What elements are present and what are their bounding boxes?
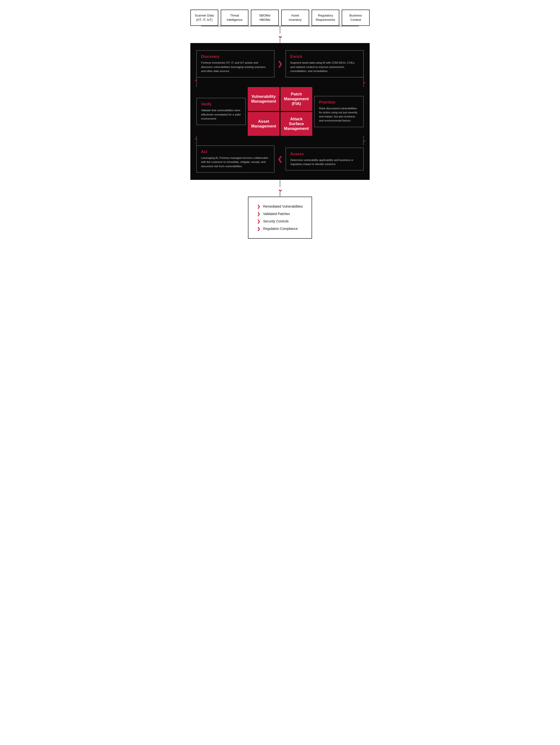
regulatory-box: RegulatoryRequirements (311, 9, 339, 26)
output-chevron-3: ❯ (257, 219, 260, 224)
assess-box: Assess Determine vulnerability applicabi… (286, 148, 364, 171)
discovery-text: Fortress inventories OT, IT, and IoT ass… (201, 61, 270, 73)
verify-box: Verify Validate that vulnerabilities wer… (196, 98, 246, 125)
arrow-down-top: ⌄ (276, 33, 284, 38)
output-item-1: ❯ Remediated Vulnerabilities (257, 203, 303, 210)
verify-title: Verify (201, 102, 241, 106)
page: Scanner Data(OT, IT, IoT) ThreatIntellig… (190, 9, 370, 239)
output-item-2: ❯ Validated Patches (257, 210, 303, 218)
attack-surface-box: AttackSurfaceManagement (281, 112, 312, 136)
right-down-arrow: ⌄ (362, 79, 366, 85)
arrow-discovery-enrich: ❯ (276, 60, 284, 68)
prioritize-box: Prioritize Rank discovered vulnerabiliti… (314, 96, 364, 127)
right-down-arrow2: ⌄ (362, 137, 366, 143)
prioritize-title: Prioritize (319, 100, 359, 104)
act-text: Leveraging AI, Fortress managed services… (201, 156, 270, 168)
arrow-assess-act: ❮ (276, 156, 284, 163)
enrich-box: Enrich Augment asset data using AI with … (286, 50, 364, 77)
asset-inventory-box: AssetInventory (281, 9, 309, 26)
left-up-arrow: ⌃ (194, 79, 198, 85)
inputs-row: Scanner Data(OT, IT, IoT) ThreatIntellig… (190, 9, 370, 26)
bot-row: Act Leveraging AI, Fortress managed serv… (196, 145, 364, 173)
arrow-down-bottom: ⌄ (276, 187, 284, 192)
output-chevron-2: ❯ (257, 212, 260, 216)
center-grid: VulnerabilityManagement PatchManagement(… (248, 87, 312, 136)
discovery-title: Discovery (201, 55, 270, 59)
output-label-2: Validated Patches (263, 212, 290, 216)
v-connector-bottom2 (280, 192, 280, 197)
discovery-box: Discovery Fortress inventories OT, IT, a… (196, 50, 274, 77)
patch-mgmt-box: PatchManagement(FIA) (281, 87, 312, 111)
act-title: Act (201, 150, 270, 154)
output-label-1: Remediated Vulnerabilities (263, 204, 303, 208)
prioritize-text: Rank discovered vulnerabilities for acti… (319, 106, 359, 123)
enrich-title: Enrich (290, 55, 359, 59)
output-item-4: ❯ Regulation Compliance (257, 225, 303, 232)
output-label-3: Security Controls (263, 219, 289, 223)
assess-title: Assess (290, 152, 359, 156)
threat-intelligence-box: ThreatIntelligence (221, 9, 249, 26)
left-up-arrow2: ⌃ (194, 137, 198, 143)
scanner-data-box: Scanner Data(OT, IT, IoT) (190, 9, 218, 26)
enrich-text: Augment asset data using AI with CISA KE… (290, 61, 359, 73)
between-mid-bot: ⌃ ⌄ (196, 136, 364, 145)
output-chevron-4: ❯ (257, 226, 260, 231)
between-top-mid: ⌃ ⌄ (196, 77, 364, 87)
business-context-box: BusinessContext (342, 9, 370, 26)
sboms-hboms-box: SBOMs/HBOMs (251, 9, 279, 26)
output-label-4: Regulation Compliance (263, 227, 298, 231)
v-connector-top2 (280, 38, 280, 43)
act-box: Act Leveraging AI, Fortress managed serv… (196, 145, 274, 173)
output-chevron-1: ❯ (257, 204, 260, 209)
main-container: Discovery Fortress inventories OT, IT, a… (190, 43, 370, 180)
output-box: ❯ Remediated Vulnerabilities ❯ Validated… (248, 197, 312, 239)
top-row: Discovery Fortress inventories OT, IT, a… (196, 50, 364, 77)
assess-text: Determine vulnerability applicability an… (290, 158, 359, 166)
verify-text: Validate that vulnerabilities were effec… (201, 108, 241, 121)
vuln-mgmt-box: VulnerabilityManagement (248, 87, 279, 111)
asset-mgmt-box: AssetManagement (248, 112, 279, 136)
mid-section: Verify Validate that vulnerabilities wer… (196, 87, 364, 136)
flow-wrapper: Discovery Fortress inventories OT, IT, a… (196, 50, 364, 173)
output-item-3: ❯ Security Controls (257, 218, 303, 225)
